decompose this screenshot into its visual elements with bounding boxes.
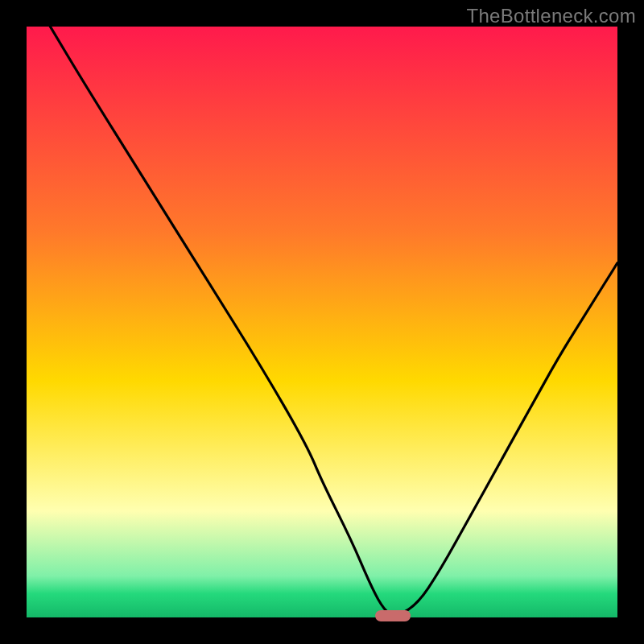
- chart-background-gradient: [27, 27, 617, 617]
- chart-svg: [0, 0, 644, 644]
- optimum-marker: [375, 610, 411, 621]
- bottleneck-chart: TheBottleneck.com: [0, 0, 644, 644]
- watermark-text: TheBottleneck.com: [466, 5, 636, 27]
